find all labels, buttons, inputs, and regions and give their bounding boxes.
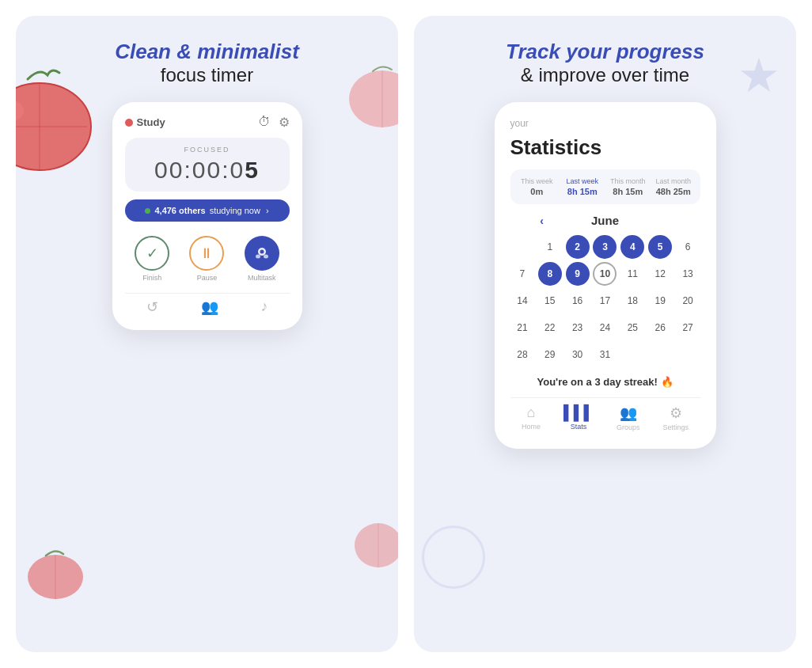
study-dot-icon xyxy=(125,119,133,127)
cal-day-1[interactable]: 1 xyxy=(538,235,562,259)
right-headline-italic: Track your progress xyxy=(506,40,704,64)
pause-button[interactable]: ⏸ Pause xyxy=(189,236,224,282)
cal-day-30[interactable]: 30 xyxy=(566,343,590,366)
cal-day-29[interactable]: 29 xyxy=(538,343,562,366)
svg-point-12 xyxy=(260,250,264,254)
deco-circle xyxy=(422,526,485,589)
pause-circle: ⏸ xyxy=(189,236,224,271)
studying-label: studying now xyxy=(210,206,260,215)
cal-day-12[interactable]: 12 xyxy=(648,262,672,286)
stat-this-week: This week 0m xyxy=(517,177,558,196)
timer-icon: ⏱ xyxy=(258,115,271,130)
right-headline-normal: & improve over time xyxy=(506,64,704,86)
arrow-icon: › xyxy=(266,206,269,215)
streak-text: You're on a 3 day streak! 🔥 xyxy=(510,376,700,388)
cal-day-14[interactable]: 14 xyxy=(510,289,534,313)
timer-last-digit: 5 xyxy=(245,157,260,183)
cal-day-16[interactable]: 16 xyxy=(566,289,590,313)
stat-last-week: Last week 8h 15m xyxy=(562,177,603,196)
settings-icon: ⚙ xyxy=(279,115,290,130)
tab-settings[interactable]: ⚙ Settings xyxy=(662,404,689,431)
cal-day-6[interactable]: 6 xyxy=(676,235,700,259)
finish-circle: ✓ xyxy=(135,236,169,271)
svg-point-9 xyxy=(355,523,398,567)
cal-day-2[interactable]: 2 xyxy=(566,235,590,259)
cal-day-20[interactable]: 20 xyxy=(676,289,700,313)
study-text: Study xyxy=(137,116,165,128)
cal-day-13[interactable]: 13 xyxy=(676,262,700,286)
multitask-circle xyxy=(245,236,279,271)
cal-day-25[interactable]: 25 xyxy=(620,316,644,340)
cal-day-8[interactable]: 8 xyxy=(538,262,562,286)
cal-day-4[interactable]: 4 xyxy=(620,235,644,259)
cal-month-label: June xyxy=(591,214,619,227)
cal-day-28[interactable]: 28 xyxy=(510,343,534,366)
settings-icon: ⚙ xyxy=(670,404,682,422)
cal-day-24[interactable]: 24 xyxy=(593,316,617,340)
calendar-header: ‹ June › xyxy=(510,214,700,227)
stats-title: Statistics xyxy=(510,135,700,160)
studying-count: 4,476 others xyxy=(154,206,205,215)
pause-label: Pause xyxy=(197,274,218,282)
deco-tomato-bottom-right xyxy=(351,502,398,573)
cal-day-21[interactable]: 21 xyxy=(510,316,534,340)
multitask-button[interactable]: Multitask xyxy=(245,236,279,282)
cal-day-5[interactable]: 5 xyxy=(648,235,672,259)
timer-section: FOCUSED 00:00:05 xyxy=(125,138,290,192)
cal-prev-button[interactable]: ‹ xyxy=(540,214,544,227)
deco-tomato-top-right xyxy=(343,55,398,135)
stat-this-month: This month 8h 15m xyxy=(608,177,649,196)
cal-day-9[interactable]: 9 xyxy=(566,262,590,286)
stats-grid: This week 0m Last week 8h 15m This month… xyxy=(510,169,700,204)
phone-topbar: Study ⏱ ⚙ xyxy=(125,115,290,130)
stat-last-month: Last month 48h 25m xyxy=(653,177,694,196)
svg-point-14 xyxy=(264,255,268,259)
cal-day-19[interactable]: 19 xyxy=(648,289,672,313)
cal-day-17[interactable]: 17 xyxy=(593,289,617,313)
home-icon: ⌂ xyxy=(527,404,536,421)
online-dot-icon xyxy=(145,208,150,214)
studying-now-button[interactable]: 4,476 others studying now › xyxy=(125,199,290,222)
tab-home[interactable]: ⌂ Home xyxy=(522,404,541,431)
finish-button[interactable]: ✓ Finish xyxy=(135,236,169,282)
svg-point-7 xyxy=(349,70,398,127)
tab-stats[interactable]: ▌▌▌ Stats xyxy=(563,404,594,431)
history-tab-icon[interactable]: ↺ xyxy=(146,298,158,316)
cal-day-31[interactable]: 31 xyxy=(593,343,617,366)
phone-bottom-nav: ↺ 👥 ♪ xyxy=(125,293,290,317)
stats-label-small: your xyxy=(510,118,700,129)
cal-day-15[interactable]: 15 xyxy=(538,289,562,313)
cal-day-7[interactable]: 7 xyxy=(510,262,534,286)
music-tab-icon[interactable]: ♪ xyxy=(261,298,268,316)
deco-star-icon: ★ xyxy=(738,47,780,103)
groups-icon: 👥 xyxy=(620,404,637,422)
app-container: Clean & minimalist focus timer Study ⏱ ⚙… xyxy=(0,0,812,668)
cal-day-23[interactable]: 23 xyxy=(566,316,590,340)
social-tab-icon[interactable]: 👥 xyxy=(201,298,218,316)
cal-day-empty xyxy=(510,235,534,259)
cal-day-11[interactable]: 11 xyxy=(620,262,644,286)
settings-label: Settings xyxy=(662,423,689,431)
action-buttons: ✓ Finish ⏸ Pause xyxy=(125,230,290,285)
stats-label: Stats xyxy=(571,423,587,431)
calendar-section: ‹ June › 1 2 3 4 5 6 7 8 9 1 xyxy=(510,214,700,366)
cal-day-22[interactable]: 22 xyxy=(538,316,562,340)
finish-label: Finish xyxy=(142,274,161,282)
cal-day-10[interactable]: 10 xyxy=(593,262,617,286)
phone-right-mockup: your Statistics This week 0m Last week 8… xyxy=(495,102,716,449)
deco-tomato-top-left xyxy=(16,63,95,174)
deco-tomato-bottom-left xyxy=(24,541,87,605)
timer-display: 00:00:05 xyxy=(125,157,290,184)
timer-main: 00:00:0 xyxy=(154,157,245,183)
cal-day-18[interactable]: 18 xyxy=(620,289,644,313)
left-headline-normal: focus timer xyxy=(115,64,299,86)
tab-groups[interactable]: 👥 Groups xyxy=(617,404,640,431)
multitask-label: Multitask xyxy=(248,274,276,282)
bottom-nav: ⌂ Home ▌▌▌ Stats 👥 Groups ⚙ Settings xyxy=(510,397,700,433)
cal-day-26[interactable]: 26 xyxy=(648,316,672,340)
topbar-icons: ⏱ ⚙ xyxy=(258,115,290,130)
cal-day-3[interactable]: 3 xyxy=(593,235,617,259)
right-panel: ★ Track your progress & improve over tim… xyxy=(414,16,796,652)
cal-day-27[interactable]: 27 xyxy=(676,316,700,340)
phone-left-mockup: Study ⏱ ⚙ FOCUSED 00:00:05 4,476 others … xyxy=(112,102,302,330)
